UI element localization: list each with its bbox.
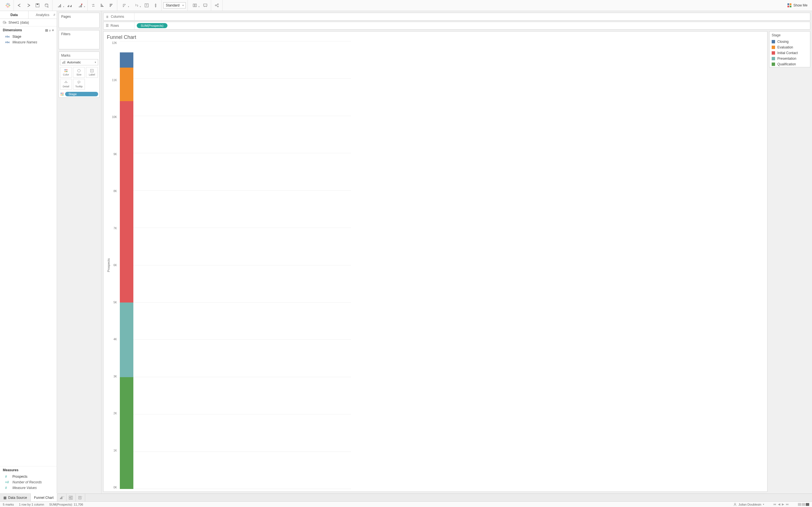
new-worksheet-button[interactable]: ▾ [54, 1, 65, 9]
legend-item-closing[interactable]: Closing [769, 39, 810, 45]
group-button[interactable]: ▾ [131, 1, 142, 9]
svg-point-52 [64, 69, 66, 70]
mark-cell-label: Color [63, 73, 69, 76]
fields-menu-icon[interactable]: ▾ [52, 29, 54, 32]
redo-button[interactable] [24, 1, 33, 9]
legend-card[interactable]: Stage ClosingEvaluationInitial ContactPr… [769, 31, 810, 67]
view-as-list-icon[interactable]: ▤ [45, 29, 48, 32]
svg-point-63 [61, 93, 62, 94]
type-icon: Abc [5, 41, 10, 44]
labels-button[interactable]: T [143, 1, 151, 9]
svg-point-40 [217, 6, 218, 7]
search-fields-icon[interactable]: ⌕ [49, 29, 51, 32]
bar-segment-initial-contact[interactable] [120, 101, 133, 302]
undo-button[interactable] [15, 1, 23, 9]
field-label: Prospects [12, 474, 28, 478]
analytics-tab[interactable]: Analytics⇵ [29, 11, 57, 18]
tableau-logo-icon[interactable] [4, 1, 12, 9]
user-menu[interactable]: Julian Doublesin▾ [733, 503, 764, 506]
svg-rect-9 [37, 4, 38, 5]
size-icon [77, 69, 81, 73]
highlight-button[interactable]: ▾ [119, 1, 130, 9]
legend-swatch [772, 51, 775, 55]
svg-rect-27 [101, 6, 103, 7]
data-tab[interactable]: Data [0, 11, 29, 18]
filters-card[interactable]: Filters [59, 30, 100, 49]
datasource-icon [3, 20, 7, 24]
mark-color[interactable]: Color [60, 67, 72, 78]
pin-button[interactable] [152, 1, 160, 9]
swap-button[interactable] [89, 1, 97, 9]
view-mode-list[interactable] [802, 503, 805, 506]
sort-asc-button[interactable] [98, 1, 106, 9]
svg-rect-18 [70, 6, 71, 7]
bar-segment-evaluation[interactable] [120, 68, 133, 101]
bar-segment-presentation[interactable] [120, 302, 133, 377]
legend-item-evaluation[interactable]: Evaluation [769, 45, 810, 50]
mark-tooltip[interactable]: Tooltip [73, 79, 85, 90]
datasource-row[interactable]: Sheet1 (data) [0, 19, 57, 26]
color-pill-stage[interactable]: Stage [65, 92, 98, 96]
svg-point-66 [62, 94, 63, 96]
status-sum: SUM(Prospects): 11,706 [49, 503, 83, 506]
bar-segment-closing[interactable] [120, 52, 133, 68]
rows-shelf[interactable]: ☰Rows SUM(Prospects) [103, 22, 810, 30]
sheet-tab-bar: ▦Data Source Funnel Chart + + + [0, 494, 812, 501]
pages-card[interactable]: Pages [59, 13, 100, 28]
show-me-button[interactable]: Show Me [785, 3, 810, 8]
mark-detail[interactable]: Detail [60, 79, 72, 90]
svg-rect-34 [195, 4, 197, 7]
svg-rect-69 [62, 496, 62, 499]
bar-segment-qualification[interactable] [120, 377, 133, 489]
sheet-tab-funnel-chart[interactable]: Funnel Chart [31, 494, 57, 501]
legend-swatch [772, 57, 775, 60]
sheet-nav[interactable]: ⏮◀▶⏭ [773, 503, 789, 506]
detail-icon [64, 80, 68, 84]
legend-item-presentation[interactable]: Presentation [769, 56, 810, 61]
visualization-canvas[interactable]: Funnel Chart Prospects 12K11K10K9K8K7K6K… [103, 31, 767, 492]
mark-cell-label: Label [89, 73, 95, 76]
y-axis-label: Prospects [106, 41, 111, 489]
view-mode-grid[interactable] [798, 503, 801, 506]
svg-rect-62 [78, 81, 80, 83]
legend-label: Presentation [777, 57, 796, 61]
data-source-tab[interactable]: ▦Data Source [0, 494, 31, 501]
label-icon: T [90, 69, 94, 73]
columns-shelf[interactable]: ⫼Columns [103, 13, 810, 20]
new-worksheet-tab[interactable]: + [57, 494, 66, 501]
legend-item-qualification[interactable]: Qualification [769, 61, 810, 67]
mark-type-dropdown[interactable]: Automatic [60, 59, 98, 65]
duplicate-button[interactable] [66, 1, 74, 9]
fit-dropdown[interactable]: Standard [163, 2, 186, 8]
rows-pill-sum-prospects[interactable]: SUM(Prospects) [137, 23, 167, 28]
field-measure-names[interactable]: AbcMeasure Names [0, 40, 57, 45]
presentation-button[interactable] [201, 1, 209, 9]
legend-label: Initial Contact [777, 51, 798, 55]
svg-rect-19 [71, 5, 71, 7]
svg-text:+: + [63, 496, 64, 498]
field-measure-values[interactable]: #Measure Values [0, 485, 57, 491]
field-prospects[interactable]: #Prospects [0, 474, 57, 480]
view-mode-single[interactable] [806, 503, 809, 506]
new-dashboard-tab[interactable]: + [66, 494, 76, 501]
chart-plot[interactable] [120, 41, 137, 489]
clear-button[interactable]: ▾ [75, 1, 86, 9]
mark-size[interactable]: Size [73, 67, 85, 78]
svg-rect-50 [63, 61, 64, 64]
field-number-of-records[interactable]: =#Number of Records [0, 480, 57, 485]
share-button[interactable] [213, 1, 221, 9]
new-data-source-button[interactable] [43, 1, 50, 9]
field-stage[interactable]: AbcStage [0, 34, 57, 40]
show-cards-button[interactable]: ▾ [190, 1, 200, 9]
svg-rect-14 [59, 5, 60, 7]
legend-item-initial-contact[interactable]: Initial Contact [769, 50, 810, 56]
save-button[interactable] [34, 1, 42, 9]
mark-label[interactable]: TLabel [86, 67, 98, 78]
svg-text:T: T [146, 4, 147, 7]
svg-rect-35 [204, 4, 207, 6]
viz-title[interactable]: Funnel Chart [106, 34, 764, 40]
svg-rect-46 [790, 6, 792, 7]
new-story-tab[interactable]: + [76, 494, 85, 501]
legend-swatch [772, 46, 775, 49]
sort-desc-button[interactable] [107, 1, 115, 9]
